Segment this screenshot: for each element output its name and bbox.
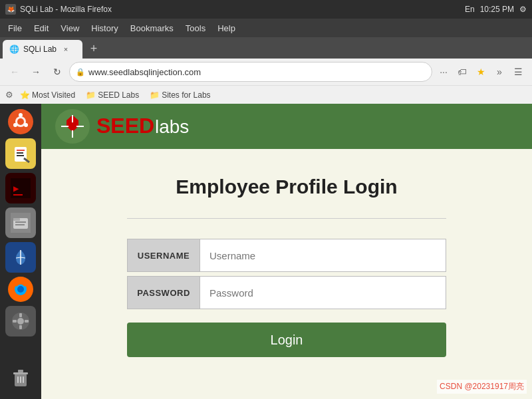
svg-point-5	[24, 123, 28, 127]
menu-bar: File Edit View History Bookmarks Tools H…	[0, 19, 532, 37]
svg-text:▶: ▶	[13, 183, 19, 194]
svg-rect-9	[17, 152, 23, 154]
lock-icon: 🔒	[76, 68, 85, 76]
svg-rect-25	[19, 313, 22, 317]
bookmark-sites-icon: 📁	[150, 90, 160, 100]
sidebar: ▶	[0, 104, 41, 399]
settings-icon[interactable]: ⚙	[519, 5, 527, 14]
bookmark-seed-labs-icon: 📁	[86, 90, 96, 100]
svg-point-4	[13, 123, 17, 127]
gear-icon: ⚙	[5, 90, 13, 100]
username-row: USERNAME	[127, 239, 446, 272]
menu-help[interactable]: Help	[212, 21, 241, 36]
seedlabs-header: SEED labs	[41, 104, 532, 149]
svg-rect-8	[17, 150, 25, 151]
svg-rect-34	[23, 376, 24, 383]
username-label: USERNAME	[127, 239, 200, 272]
new-tab-button[interactable]: +	[85, 40, 102, 57]
tab-bar: 🌐 SQLi Lab × +	[0, 37, 532, 59]
svg-rect-16	[13, 218, 20, 221]
divider-line	[127, 218, 446, 219]
main-area: ▶	[0, 104, 532, 399]
address-bar: ← → ↻ 🔒 ··· 🏷 ★ » ☰	[0, 59, 532, 85]
system-time: 10:25 PM	[480, 5, 514, 14]
tab-label: SQLi Lab	[23, 45, 57, 54]
menu-bookmarks[interactable]: Bookmarks	[125, 21, 179, 36]
settings-sidebar-icon[interactable]	[5, 306, 36, 336]
bookmark-sites-for-labs[interactable]: 📁 Sites for Labs	[146, 89, 214, 101]
menu-view[interactable]: View	[55, 21, 84, 36]
svg-rect-17	[15, 221, 26, 223]
back-button[interactable]: ←	[5, 63, 24, 81]
bookmark-sites-label: Sites for Labs	[162, 90, 210, 100]
password-row: PASSWORD	[127, 276, 446, 309]
menu-history[interactable]: History	[86, 21, 123, 36]
bookmark-most-visited[interactable]: ⭐ Most Visited	[16, 89, 79, 101]
terminal-icon[interactable]: ▶	[5, 173, 36, 203]
password-label: PASSWORD	[127, 276, 200, 309]
svg-rect-32	[17, 376, 19, 383]
menu-tools[interactable]: Tools	[180, 21, 211, 36]
svg-rect-33	[20, 376, 21, 383]
seedlabs-logo: SEED labs	[55, 108, 203, 145]
bookmark-most-visited-icon: ⭐	[20, 90, 30, 100]
menu-edit[interactable]: Edit	[29, 21, 54, 36]
files-icon[interactable]	[5, 207, 36, 238]
web-content: SEED labs Employee Profile Login USERNAM…	[41, 104, 532, 399]
seedlabs-logo-icon	[55, 108, 91, 145]
svg-text:SEED: SEED	[96, 114, 154, 138]
svg-rect-18	[15, 224, 25, 225]
bookmark-seed-labs[interactable]: 📁 SEED Labs	[82, 89, 143, 101]
svg-point-36	[68, 122, 76, 130]
svg-point-24	[17, 318, 24, 325]
password-input[interactable]	[200, 276, 446, 309]
svg-rect-31	[18, 370, 23, 372]
trash-icon[interactable]	[5, 363, 36, 394]
login-title: Employee Profile Login	[176, 176, 397, 198]
svg-point-22	[17, 286, 24, 293]
more-options-button[interactable]: ···	[435, 63, 452, 80]
wireshark-icon[interactable]	[5, 242, 36, 273]
svg-rect-27	[13, 320, 17, 323]
bookmarks-bar: ⚙ ⭐ Most Visited 📁 SEED Labs 📁 Sites for…	[0, 85, 532, 104]
tab-close-button[interactable]: ×	[61, 44, 71, 55]
menu-file[interactable]: File	[3, 21, 27, 36]
login-form: USERNAME PASSWORD	[127, 239, 446, 309]
window-title: SQLi Lab - Mozilla Firefox	[20, 5, 112, 14]
firefox-sidebar-icon[interactable]	[8, 277, 33, 302]
hamburger-menu-button[interactable]: ☰	[509, 63, 527, 80]
svg-rect-26	[19, 325, 22, 329]
extensions-button[interactable]: »	[491, 63, 508, 80]
bookmark-most-visited-label: Most Visited	[32, 90, 75, 100]
svg-point-3	[19, 113, 23, 117]
login-button[interactable]: Login	[127, 323, 446, 357]
window-icon: 🦊	[5, 4, 16, 15]
forward-button[interactable]: →	[27, 63, 45, 81]
watermark: CSDN @20231917周亮	[437, 380, 527, 394]
svg-text:labs: labs	[155, 116, 189, 137]
keyboard-indicator: En	[465, 5, 475, 14]
bookmark-seed-labs-label: SEED Labs	[98, 90, 139, 100]
bookmark-star-button[interactable]: ★	[472, 63, 489, 80]
login-area: Employee Profile Login USERNAME PASSWORD…	[41, 149, 532, 399]
pocket-button[interactable]: 🏷	[454, 63, 471, 80]
seedlabs-text: SEED labs	[96, 112, 203, 141]
reload-button[interactable]: ↻	[48, 63, 66, 81]
title-bar: 🦊 SQLi Lab - Mozilla Firefox En 10:25 PM…	[0, 0, 532, 19]
url-input[interactable]	[69, 62, 432, 82]
text-editor-icon[interactable]	[5, 138, 36, 169]
url-actions: ··· 🏷 ★ » ☰	[435, 63, 527, 80]
tab-sqli-lab[interactable]: 🌐 SQLi Lab ×	[3, 40, 82, 59]
tab-favicon: 🌐	[9, 45, 19, 54]
svg-rect-30	[13, 372, 28, 374]
url-bar-container: 🔒	[69, 62, 432, 82]
svg-rect-10	[17, 155, 24, 156]
svg-point-2	[17, 118, 24, 125]
username-input[interactable]	[200, 239, 446, 272]
ubuntu-icon[interactable]	[8, 109, 33, 134]
svg-rect-13	[13, 194, 23, 196]
svg-rect-28	[25, 320, 29, 323]
